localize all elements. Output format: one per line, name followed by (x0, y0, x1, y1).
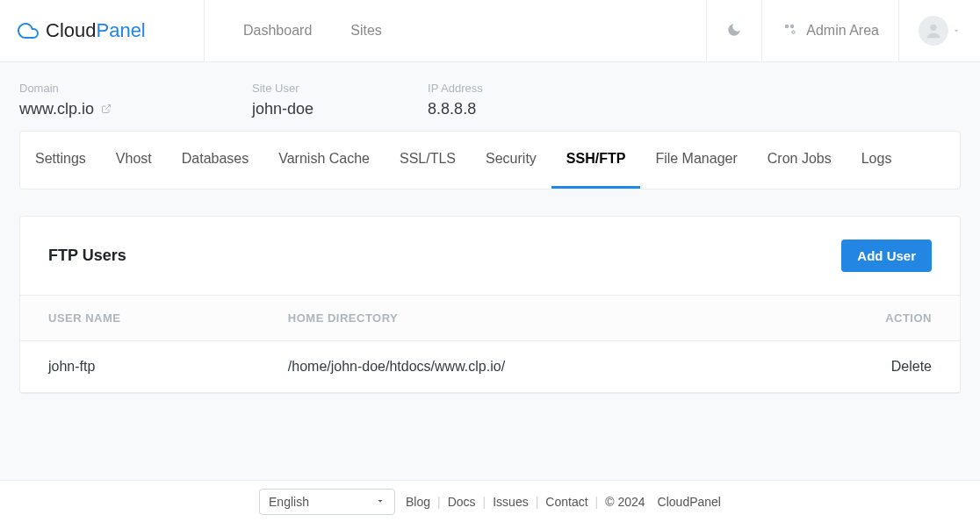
gear-users-icon (782, 21, 797, 40)
svg-line-4 (105, 105, 111, 111)
card-header: FTP Users Add User (20, 217, 960, 295)
card-title: FTP Users (48, 247, 126, 265)
top-header: CloudPanel Dashboard Sites Admin Area (0, 0, 980, 62)
cell-action: Delete (768, 341, 960, 393)
domain-block: Domain www.clp.io (19, 82, 112, 118)
add-user-button[interactable]: Add User (841, 240, 932, 272)
chevron-down-icon (375, 495, 386, 509)
site-user-block: Site User john-doe (252, 82, 313, 118)
svg-point-1 (790, 25, 795, 29)
nav-dashboard[interactable]: Dashboard (243, 23, 312, 39)
col-action: ACTION (768, 296, 960, 341)
admin-area-link[interactable]: Admin Area (761, 0, 898, 61)
site-user-label: Site User (252, 82, 313, 95)
delete-link[interactable]: Delete (891, 359, 932, 374)
tab-varnish[interactable]: Varnish Cache (263, 132, 385, 189)
main-nav: Dashboard Sites (204, 0, 706, 61)
ftp-users-table: USER NAME HOME DIRECTORY ACTION john-ftp… (20, 295, 960, 393)
avatar (919, 16, 948, 46)
footer-contact[interactable]: Contact (545, 495, 587, 509)
admin-area-label: Admin Area (806, 23, 879, 39)
footer: English Blog | Docs | Issues | Contact |… (0, 480, 980, 522)
cell-homedir: /home/john-doe/htdocs/www.clp.io/ (260, 341, 769, 393)
tabs-bar: Settings Vhost Databases Varnish Cache S… (19, 131, 961, 189)
svg-point-2 (792, 31, 795, 33)
tab-file-manager[interactable]: File Manager (640, 132, 752, 189)
ftp-users-card: FTP Users Add User USER NAME HOME DIRECT… (19, 216, 961, 394)
footer-docs[interactable]: Docs (448, 495, 476, 509)
tab-security[interactable]: Security (471, 132, 551, 189)
col-username: USER NAME (20, 296, 260, 341)
external-link-icon (101, 100, 112, 118)
cloud-icon (18, 20, 39, 41)
tab-logs[interactable]: Logs (847, 132, 907, 189)
header-right: Admin Area (706, 0, 980, 61)
ip-block: IP Address 8.8.8.8 (428, 82, 483, 118)
domain-label: Domain (19, 82, 112, 95)
table-row: john-ftp /home/john-doe/htdocs/www.clp.i… (20, 341, 960, 393)
theme-toggle[interactable] (706, 0, 761, 61)
tab-cron[interactable]: Cron Jobs (753, 132, 847, 189)
ip-value: 8.8.8.8 (428, 100, 483, 118)
logo-text: CloudPanel (46, 19, 146, 42)
cell-username: john-ftp (20, 341, 260, 393)
content-area: Settings Vhost Databases Varnish Cache S… (0, 131, 980, 522)
language-select[interactable]: English (259, 489, 395, 515)
logo[interactable]: CloudPanel (0, 0, 204, 61)
svg-point-0 (785, 25, 789, 29)
svg-point-3 (930, 25, 936, 31)
ip-label: IP Address (428, 82, 483, 95)
site-user-value: john-doe (252, 100, 313, 118)
tab-sshftp[interactable]: SSH/FTP (551, 132, 641, 189)
footer-issues[interactable]: Issues (493, 495, 528, 509)
domain-value[interactable]: www.clp.io (19, 100, 112, 118)
col-homedir: HOME DIRECTORY (260, 296, 769, 341)
tab-ssl[interactable]: SSL/TLS (385, 132, 471, 189)
moon-icon (726, 22, 742, 40)
table-header-row: USER NAME HOME DIRECTORY ACTION (20, 296, 960, 341)
footer-blog[interactable]: Blog (406, 495, 430, 509)
footer-links: Blog | Docs | Issues | Contact | © 2024 … (406, 495, 721, 509)
language-value: English (269, 495, 309, 509)
site-info-bar: Domain www.clp.io Site User john-doe IP … (0, 62, 980, 131)
nav-sites[interactable]: Sites (350, 23, 382, 39)
chevron-down-icon (952, 24, 961, 38)
tab-settings[interactable]: Settings (20, 132, 101, 189)
tab-databases[interactable]: Databases (167, 132, 264, 189)
tab-vhost[interactable]: Vhost (101, 132, 167, 189)
footer-copyright: © 2024 (605, 495, 645, 509)
footer-brand: CloudPanel (658, 495, 721, 509)
user-menu[interactable] (898, 0, 980, 61)
